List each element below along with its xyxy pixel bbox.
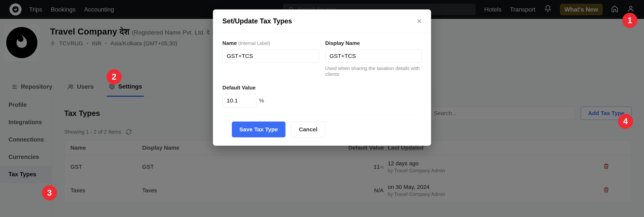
display-name-label: Display Name (325, 40, 422, 46)
modal-title: Set/Update Tax Types (222, 17, 292, 25)
default-value-label: Default Value (222, 85, 422, 91)
callout-badge-3: 3 (42, 185, 57, 201)
close-icon[interactable]: × (417, 17, 422, 25)
default-value-input[interactable] (222, 94, 256, 107)
name-input[interactable] (222, 49, 319, 63)
tax-type-modal: Set/Update Tax Types × Name(Internal Lab… (213, 9, 431, 146)
display-name-input[interactable] (325, 49, 422, 63)
callout-badge-4: 4 (618, 114, 633, 129)
percent-symbol: % (259, 97, 264, 104)
callout-badge-1: 1 (622, 13, 638, 28)
save-button[interactable]: Save Tax Type (232, 122, 286, 137)
name-label: Name(Internal Label) (222, 40, 319, 46)
callout-badge-2: 2 (106, 69, 122, 84)
display-name-hint: Used when sharing the taxation details w… (325, 65, 422, 77)
cancel-button[interactable]: Cancel (291, 122, 325, 137)
